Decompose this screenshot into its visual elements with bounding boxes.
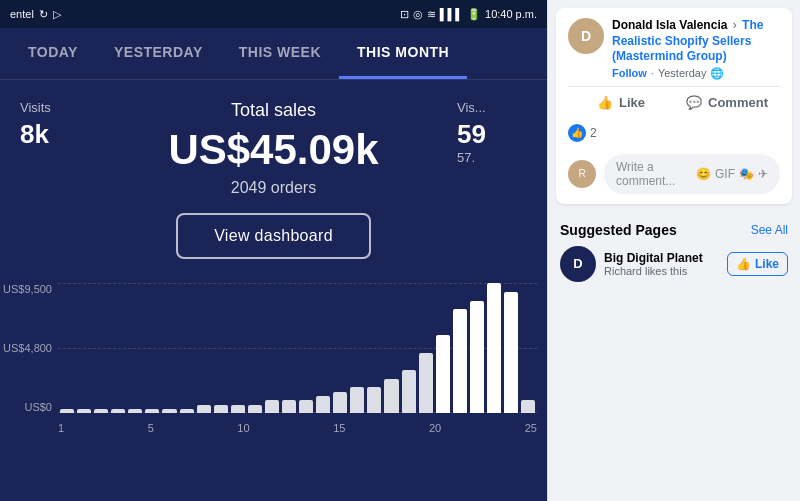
comment-emoji-icons: 😊 GIF 🎭 ✈ [696,167,768,181]
gif-icon[interactable]: GIF [715,167,735,181]
separator: · [651,67,654,79]
visitors-stat: Vis... 59 57. [457,100,527,197]
chart-bar [180,409,194,413]
chart-bar [384,379,398,414]
x-label-5: 5 [148,422,154,434]
chart-bar [299,400,313,413]
suggested-page-avatar: D [560,246,596,282]
chart-bar [402,370,416,413]
sticker-icon[interactable]: 🎭 [739,167,754,181]
chart-bar [145,409,159,413]
see-all-button[interactable]: See All [751,223,788,237]
chart-bar [282,400,296,413]
chart-bar [487,283,501,413]
like-page-button[interactable]: 👍 Like [727,252,788,276]
suggested-page-item: D Big Digital Planet Richard likes this … [560,246,788,282]
status-bar: entel ↻ ▷ ⊡ ◎ ≋ ▌▌▌ 🔋 10:40 p.m. [0,0,547,28]
y-label-top: US$9,500 [3,283,52,295]
visitors-value: 59 [457,119,527,150]
dashboard-btn-wrap: View dashboard [20,213,527,259]
shopify-app-panel: entel ↻ ▷ ⊡ ◎ ≋ ▌▌▌ 🔋 10:40 p.m. TODAY Y… [0,0,547,501]
visitors-sub: 57. [457,150,527,165]
chart-bar [77,409,91,413]
reactions-row: 👍 2 [556,118,792,148]
total-sales-stat: Total sales US$45.09k 2049 orders [110,100,437,197]
chart-bar [504,292,518,413]
chart-bar [436,335,450,413]
chart-bar [453,309,467,413]
chart-bar [419,353,433,414]
chart-bar [231,405,245,414]
chart-bar [162,409,176,413]
like-label: Like [619,95,645,110]
signal-icon: ↻ [39,8,48,21]
chart-bar [521,400,535,413]
data-icon: ▷ [53,8,61,21]
x-label-15: 15 [333,422,345,434]
time-ago: Yesterday [658,67,707,79]
tab-this-week[interactable]: THIS WEEK [221,28,339,79]
like-button[interactable]: 👍 Like [568,87,674,118]
x-label-1: 1 [58,422,64,434]
visits-stat: Visits 8k [20,100,90,197]
post-header: D Donald Isla Valencia › The Realistic S… [556,8,792,86]
post-author-avatar: D [568,18,604,54]
like-page-icon: 👍 [736,257,751,271]
suggested-page-info: Big Digital Planet Richard likes this [604,251,719,277]
send-icon[interactable]: ✈ [758,167,768,181]
carrier-label: entel [10,8,34,20]
screen-icon: ⊡ [400,8,409,21]
chart-bar [128,409,142,413]
comment-avatar: R [568,160,596,188]
tab-today[interactable]: TODAY [10,28,96,79]
chart-bars [58,283,537,413]
chart-area: US$9,500 US$4,800 US$0 1 5 10 15 20 25 [0,283,547,438]
y-label-mid: US$4,800 [3,342,52,354]
comment-label: Comment [708,95,768,110]
comment-placeholder: Write a comment... [616,160,696,188]
chart-bar [94,409,108,413]
stats-row: Visits 8k Total sales US$45.09k 2049 ord… [20,100,527,197]
chart-bar [470,301,484,414]
visits-value: 8k [20,119,90,150]
signal-bars: ▌▌▌ [440,8,463,20]
tab-yesterday[interactable]: YESTERDAY [96,28,221,79]
wifi-icon: ≋ [427,8,436,21]
total-sales-label: Total sales [110,100,437,121]
visits-label: Visits [20,100,90,115]
visitors-label: Vis... [457,100,527,115]
y-label-bottom: US$0 [24,401,52,413]
x-label-25: 25 [525,422,537,434]
chart-bar [214,405,228,414]
post-follow-row: Follow · Yesterday 🌐 [612,67,780,80]
eye-icon: ◎ [413,8,423,21]
chart-bar [367,387,381,413]
comment-input-wrap[interactable]: Write a comment... 😊 GIF 🎭 ✈ [604,154,780,194]
x-label-10: 10 [237,422,249,434]
tab-this-month[interactable]: THIS MONTH [339,28,467,79]
arrow-icon: › [733,18,740,32]
time-label: 10:40 p.m. [485,8,537,20]
tab-bar: TODAY YESTERDAY THIS WEEK THIS MONTH [0,28,547,80]
follow-button[interactable]: Follow [612,67,647,79]
comment-area: R Write a comment... 😊 GIF 🎭 ✈ [556,148,792,204]
chart-x-labels: 1 5 10 15 20 25 [58,418,537,438]
chart-y-labels: US$9,500 US$4,800 US$0 [0,283,58,413]
suggested-page-name: Big Digital Planet [604,251,719,265]
view-dashboard-button[interactable]: View dashboard [176,213,371,259]
suggested-page-likes: Richard likes this [604,265,719,277]
like-icon: 👍 [597,95,613,110]
chart-bar [111,409,125,413]
x-label-20: 20 [429,422,441,434]
total-sales-value: US$45.09k [110,127,437,173]
chart-bar [350,387,364,413]
emoji-icon[interactable]: 😊 [696,167,711,181]
globe-icon: 🌐 [710,67,724,80]
comment-button[interactable]: 💬 Comment [674,87,780,118]
suggested-header: Suggested Pages See All [560,222,788,238]
post-author-info: Donald Isla Valencia › The Realistic Sho… [612,18,780,65]
action-bar: 👍 Like 💬 Comment [568,86,780,118]
reactions-count: 2 [590,126,597,140]
comment-icon: 💬 [686,95,702,110]
chart-bar [333,392,347,414]
